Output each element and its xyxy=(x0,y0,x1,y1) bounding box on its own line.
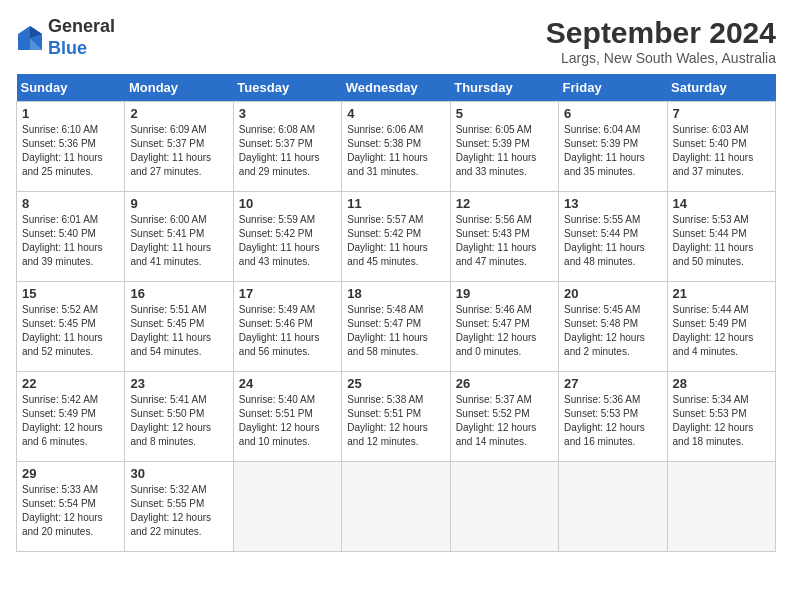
table-row: 28Sunrise: 5:34 AM Sunset: 5:53 PM Dayli… xyxy=(667,372,775,462)
day-info: Sunrise: 5:41 AM Sunset: 5:50 PM Dayligh… xyxy=(130,393,227,449)
table-row: 9Sunrise: 6:00 AM Sunset: 5:41 PM Daylig… xyxy=(125,192,233,282)
day-number: 19 xyxy=(456,286,553,301)
table-row: 22Sunrise: 5:42 AM Sunset: 5:49 PM Dayli… xyxy=(17,372,125,462)
day-number: 24 xyxy=(239,376,336,391)
day-number: 21 xyxy=(673,286,770,301)
day-number: 2 xyxy=(130,106,227,121)
table-row: 14Sunrise: 5:53 AM Sunset: 5:44 PM Dayli… xyxy=(667,192,775,282)
day-number: 9 xyxy=(130,196,227,211)
logo-general-text: General xyxy=(48,16,115,36)
day-info: Sunrise: 5:42 AM Sunset: 5:49 PM Dayligh… xyxy=(22,393,119,449)
day-info: Sunrise: 5:32 AM Sunset: 5:55 PM Dayligh… xyxy=(130,483,227,539)
day-info: Sunrise: 6:04 AM Sunset: 5:39 PM Dayligh… xyxy=(564,123,661,179)
logo-icon xyxy=(16,24,44,52)
day-info: Sunrise: 5:53 AM Sunset: 5:44 PM Dayligh… xyxy=(673,213,770,269)
day-number: 23 xyxy=(130,376,227,391)
day-number: 11 xyxy=(347,196,444,211)
table-row: 4Sunrise: 6:06 AM Sunset: 5:38 PM Daylig… xyxy=(342,102,450,192)
day-number: 6 xyxy=(564,106,661,121)
table-row: 18Sunrise: 5:48 AM Sunset: 5:47 PM Dayli… xyxy=(342,282,450,372)
day-info: Sunrise: 5:55 AM Sunset: 5:44 PM Dayligh… xyxy=(564,213,661,269)
subtitle: Largs, New South Wales, Australia xyxy=(546,50,776,66)
title-area: September 2024 Largs, New South Wales, A… xyxy=(546,16,776,66)
logo-blue-text: Blue xyxy=(48,38,87,58)
table-row: 10Sunrise: 5:59 AM Sunset: 5:42 PM Dayli… xyxy=(233,192,341,282)
day-number: 10 xyxy=(239,196,336,211)
col-sunday: Sunday xyxy=(17,74,125,102)
table-row: 5Sunrise: 6:05 AM Sunset: 5:39 PM Daylig… xyxy=(450,102,558,192)
table-row: 6Sunrise: 6:04 AM Sunset: 5:39 PM Daylig… xyxy=(559,102,667,192)
day-number: 13 xyxy=(564,196,661,211)
page-container: General Blue September 2024 Largs, New S… xyxy=(16,16,776,552)
day-info: Sunrise: 5:56 AM Sunset: 5:43 PM Dayligh… xyxy=(456,213,553,269)
table-row xyxy=(559,462,667,552)
day-number: 25 xyxy=(347,376,444,391)
day-number: 1 xyxy=(22,106,119,121)
day-info: Sunrise: 5:34 AM Sunset: 5:53 PM Dayligh… xyxy=(673,393,770,449)
header: General Blue September 2024 Largs, New S… xyxy=(16,16,776,66)
logo: General Blue xyxy=(16,16,115,59)
day-info: Sunrise: 5:44 AM Sunset: 5:49 PM Dayligh… xyxy=(673,303,770,359)
table-row: 12Sunrise: 5:56 AM Sunset: 5:43 PM Dayli… xyxy=(450,192,558,282)
week-row-5: 29Sunrise: 5:33 AM Sunset: 5:54 PM Dayli… xyxy=(17,462,776,552)
day-number: 4 xyxy=(347,106,444,121)
col-thursday: Thursday xyxy=(450,74,558,102)
table-row: 7Sunrise: 6:03 AM Sunset: 5:40 PM Daylig… xyxy=(667,102,775,192)
col-friday: Friday xyxy=(559,74,667,102)
day-info: Sunrise: 6:00 AM Sunset: 5:41 PM Dayligh… xyxy=(130,213,227,269)
week-row-1: 1Sunrise: 6:10 AM Sunset: 5:36 PM Daylig… xyxy=(17,102,776,192)
col-wednesday: Wednesday xyxy=(342,74,450,102)
day-info: Sunrise: 6:06 AM Sunset: 5:38 PM Dayligh… xyxy=(347,123,444,179)
day-number: 17 xyxy=(239,286,336,301)
day-info: Sunrise: 5:46 AM Sunset: 5:47 PM Dayligh… xyxy=(456,303,553,359)
table-row xyxy=(450,462,558,552)
day-info: Sunrise: 6:10 AM Sunset: 5:36 PM Dayligh… xyxy=(22,123,119,179)
day-info: Sunrise: 6:05 AM Sunset: 5:39 PM Dayligh… xyxy=(456,123,553,179)
table-row: 23Sunrise: 5:41 AM Sunset: 5:50 PM Dayli… xyxy=(125,372,233,462)
table-row: 8Sunrise: 6:01 AM Sunset: 5:40 PM Daylig… xyxy=(17,192,125,282)
col-monday: Monday xyxy=(125,74,233,102)
day-info: Sunrise: 6:09 AM Sunset: 5:37 PM Dayligh… xyxy=(130,123,227,179)
header-row: Sunday Monday Tuesday Wednesday Thursday… xyxy=(17,74,776,102)
day-number: 14 xyxy=(673,196,770,211)
day-number: 22 xyxy=(22,376,119,391)
day-info: Sunrise: 5:52 AM Sunset: 5:45 PM Dayligh… xyxy=(22,303,119,359)
col-tuesday: Tuesday xyxy=(233,74,341,102)
day-number: 3 xyxy=(239,106,336,121)
table-row xyxy=(342,462,450,552)
day-info: Sunrise: 5:59 AM Sunset: 5:42 PM Dayligh… xyxy=(239,213,336,269)
day-number: 18 xyxy=(347,286,444,301)
table-row: 2Sunrise: 6:09 AM Sunset: 5:37 PM Daylig… xyxy=(125,102,233,192)
day-number: 20 xyxy=(564,286,661,301)
day-number: 29 xyxy=(22,466,119,481)
day-info: Sunrise: 5:57 AM Sunset: 5:42 PM Dayligh… xyxy=(347,213,444,269)
day-info: Sunrise: 5:40 AM Sunset: 5:51 PM Dayligh… xyxy=(239,393,336,449)
calendar-table: Sunday Monday Tuesday Wednesday Thursday… xyxy=(16,74,776,552)
table-row: 24Sunrise: 5:40 AM Sunset: 5:51 PM Dayli… xyxy=(233,372,341,462)
table-row xyxy=(667,462,775,552)
day-info: Sunrise: 5:48 AM Sunset: 5:47 PM Dayligh… xyxy=(347,303,444,359)
day-number: 5 xyxy=(456,106,553,121)
day-info: Sunrise: 5:49 AM Sunset: 5:46 PM Dayligh… xyxy=(239,303,336,359)
table-row: 16Sunrise: 5:51 AM Sunset: 5:45 PM Dayli… xyxy=(125,282,233,372)
day-number: 27 xyxy=(564,376,661,391)
table-row: 27Sunrise: 5:36 AM Sunset: 5:53 PM Dayli… xyxy=(559,372,667,462)
week-row-2: 8Sunrise: 6:01 AM Sunset: 5:40 PM Daylig… xyxy=(17,192,776,282)
day-number: 28 xyxy=(673,376,770,391)
day-info: Sunrise: 5:36 AM Sunset: 5:53 PM Dayligh… xyxy=(564,393,661,449)
day-info: Sunrise: 5:37 AM Sunset: 5:52 PM Dayligh… xyxy=(456,393,553,449)
day-number: 30 xyxy=(130,466,227,481)
col-saturday: Saturday xyxy=(667,74,775,102)
table-row: 1Sunrise: 6:10 AM Sunset: 5:36 PM Daylig… xyxy=(17,102,125,192)
table-row: 29Sunrise: 5:33 AM Sunset: 5:54 PM Dayli… xyxy=(17,462,125,552)
table-row xyxy=(233,462,341,552)
table-row: 19Sunrise: 5:46 AM Sunset: 5:47 PM Dayli… xyxy=(450,282,558,372)
day-info: Sunrise: 5:51 AM Sunset: 5:45 PM Dayligh… xyxy=(130,303,227,359)
day-number: 8 xyxy=(22,196,119,211)
table-row: 17Sunrise: 5:49 AM Sunset: 5:46 PM Dayli… xyxy=(233,282,341,372)
day-number: 16 xyxy=(130,286,227,301)
week-row-3: 15Sunrise: 5:52 AM Sunset: 5:45 PM Dayli… xyxy=(17,282,776,372)
day-info: Sunrise: 6:03 AM Sunset: 5:40 PM Dayligh… xyxy=(673,123,770,179)
table-row: 26Sunrise: 5:37 AM Sunset: 5:52 PM Dayli… xyxy=(450,372,558,462)
table-row: 11Sunrise: 5:57 AM Sunset: 5:42 PM Dayli… xyxy=(342,192,450,282)
